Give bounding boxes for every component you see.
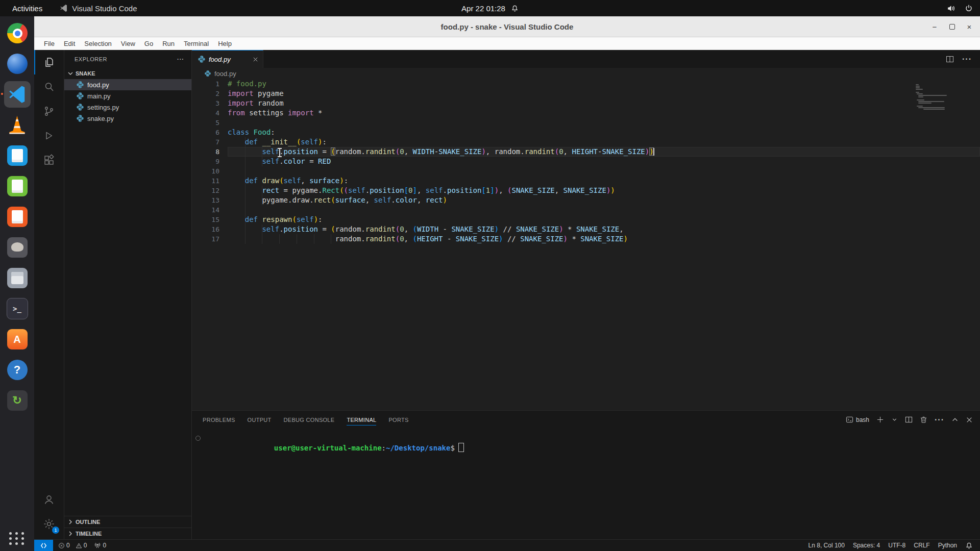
kill-terminal-icon[interactable] (920, 416, 927, 423)
close-button[interactable]: × (964, 21, 975, 32)
menu-help[interactable]: Help (213, 40, 236, 47)
terminal-prompt-line[interactable]: user@user-virtual-machine:~/Desktop/snak… (192, 433, 980, 443)
file-main.py[interactable]: main.py (64, 90, 191, 102)
code-line-4[interactable]: 4from settings import * (192, 108, 980, 118)
dock-item-updater[interactable]: ↻ (4, 387, 31, 414)
code-line-17[interactable]: 17 random.randint(0, (HEIGHT - SNAKE_SIZ… (192, 234, 980, 244)
dock-item-help[interactable]: ? (4, 357, 31, 383)
activity-source-control-icon[interactable] (34, 99, 64, 123)
status-utf-8[interactable]: UTF-8 (888, 542, 905, 549)
code-line-13[interactable]: 13 pygame.draw.rect(surface, self.color,… (192, 195, 980, 205)
notifications-bell-icon[interactable] (965, 542, 973, 549)
folder-section-header[interactable]: SNAKE (64, 68, 191, 79)
activity-extensions-icon[interactable] (34, 148, 64, 172)
line-number[interactable]: 17 (192, 234, 219, 244)
line-number[interactable]: 13 (192, 195, 219, 205)
activity-run-debug-icon[interactable] (34, 123, 64, 148)
activity-account-icon[interactable] (34, 487, 64, 512)
panel-tab-terminal[interactable]: TERMINAL (347, 411, 376, 429)
ports-status[interactable]: 0 (94, 542, 106, 549)
maximize-button[interactable] (946, 21, 958, 32)
line-number[interactable]: 9 (192, 157, 219, 166)
activity-settings-icon[interactable]: 1 (34, 512, 64, 536)
code-line-14[interactable]: 14 (192, 205, 980, 215)
breadcrumb[interactable]: food.py (192, 68, 980, 79)
window-titlebar[interactable]: food.py - snake - Visual Studio Code − × (34, 16, 980, 37)
split-editor-icon[interactable] (946, 55, 954, 63)
panel-tab-debug-console[interactable]: DEBUG CONSOLE (284, 411, 335, 429)
code-line-5[interactable]: 5 (192, 118, 980, 128)
line-number[interactable]: 3 (192, 98, 219, 108)
terminal-output[interactable]: user@user-virtual-machine:~/Desktop/snak… (192, 429, 980, 539)
dock-item-gimp[interactable] (4, 234, 31, 261)
dock-item-vscode[interactable] (4, 81, 31, 108)
activity-explorer-icon[interactable] (34, 50, 64, 74)
code-line-11[interactable]: 11 def draw(self, surface): (192, 176, 980, 186)
menu-selection[interactable]: Selection (80, 40, 116, 47)
status-ln[interactable]: Ln 8, Col 100 (808, 542, 845, 549)
line-number[interactable]: 7 (192, 137, 219, 147)
line-number[interactable]: 5 (192, 118, 219, 128)
file-food.py[interactable]: food.py (64, 79, 191, 90)
line-number[interactable]: 10 (192, 166, 219, 176)
dock-item-writer[interactable] (4, 142, 31, 169)
minimize-button[interactable]: − (929, 21, 940, 32)
code-editor[interactable]: 1# food.py2import pygame3import random4f… (192, 79, 980, 410)
line-number[interactable]: 1 (192, 79, 219, 89)
panel-tab-output[interactable]: OUTPUT (248, 411, 272, 429)
line-number[interactable]: 2 (192, 89, 219, 98)
code-line-9[interactable]: 9 self.color = RED (192, 157, 980, 166)
dock-item-vlc[interactable] (4, 112, 31, 138)
status-spaces[interactable]: Spaces: 4 (853, 542, 880, 549)
pane-outline[interactable]: OUTLINE (64, 516, 191, 528)
new-terminal-icon[interactable] (876, 416, 884, 423)
code-line-6[interactable]: 6class Food: (192, 128, 980, 137)
dock-item-software[interactable]: A (4, 326, 31, 353)
code-line-16[interactable]: 16 self.position = (random.randint(0, (W… (192, 224, 980, 234)
line-number[interactable]: 12 (192, 186, 219, 195)
menu-edit[interactable]: Edit (59, 40, 80, 47)
code-line-3[interactable]: 3import random (192, 98, 980, 108)
line-number[interactable]: 8 (192, 147, 219, 157)
line-number[interactable]: 15 (192, 215, 219, 224)
clock-menu[interactable]: Apr 22 01:28 (461, 0, 519, 16)
panel-more-actions-icon[interactable] (935, 415, 944, 424)
line-number[interactable]: 11 (192, 176, 219, 186)
problems-status[interactable]: 0 0 (58, 542, 87, 549)
menu-terminal[interactable]: Terminal (179, 40, 213, 47)
close-panel-icon[interactable] (966, 416, 973, 423)
minimap[interactable] (916, 84, 973, 110)
maximize-panel-icon[interactable] (951, 416, 959, 423)
show-applications-button[interactable] (4, 524, 31, 551)
code-line-12[interactable]: 12 rect = pygame.Rect((self.position[0],… (192, 186, 980, 195)
status-python[interactable]: Python (938, 542, 957, 549)
panel-tab-problems[interactable]: PROBLEMS (203, 411, 235, 429)
line-number[interactable]: 16 (192, 224, 219, 234)
status-crlf[interactable]: CRLF (914, 542, 929, 549)
menu-view[interactable]: View (116, 40, 140, 47)
code-line-8[interactable]: 8 self.position = (random.randint(0, WID… (192, 147, 980, 157)
system-tray[interactable] (947, 4, 980, 13)
remote-indicator[interactable] (34, 540, 53, 551)
panel-tab-ports[interactable]: PORTS (388, 411, 408, 429)
dock-item-impress[interactable] (4, 204, 31, 230)
file-snake.py[interactable]: snake.py (64, 113, 191, 124)
activity-search-icon[interactable] (34, 74, 64, 99)
line-number[interactable]: 14 (192, 205, 219, 215)
focused-app-menu[interactable]: Visual Studio Code (60, 4, 137, 13)
launch-profile-chevron-icon[interactable] (891, 416, 898, 423)
editor-more-actions-icon[interactable] (962, 55, 972, 64)
code-line-2[interactable]: 2import pygame (192, 89, 980, 98)
code-line-10[interactable]: 10 (192, 166, 980, 176)
dock-item-chrome[interactable] (4, 20, 31, 46)
tab-close-icon[interactable] (252, 56, 259, 63)
dock-item-terminal[interactable]: >_ (4, 295, 31, 322)
dock-item-blue-app[interactable] (4, 51, 31, 77)
menu-file[interactable]: File (39, 40, 59, 47)
dock-item-files[interactable] (4, 265, 31, 291)
editor-tab-foodpy[interactable]: food.py (192, 50, 263, 68)
code-line-15[interactable]: 15 def respawn(self): (192, 215, 980, 224)
code-line-1[interactable]: 1# food.py (192, 79, 980, 89)
file-settings.py[interactable]: settings.py (64, 102, 191, 113)
pane-timeline[interactable]: TIMELINE (64, 528, 191, 539)
